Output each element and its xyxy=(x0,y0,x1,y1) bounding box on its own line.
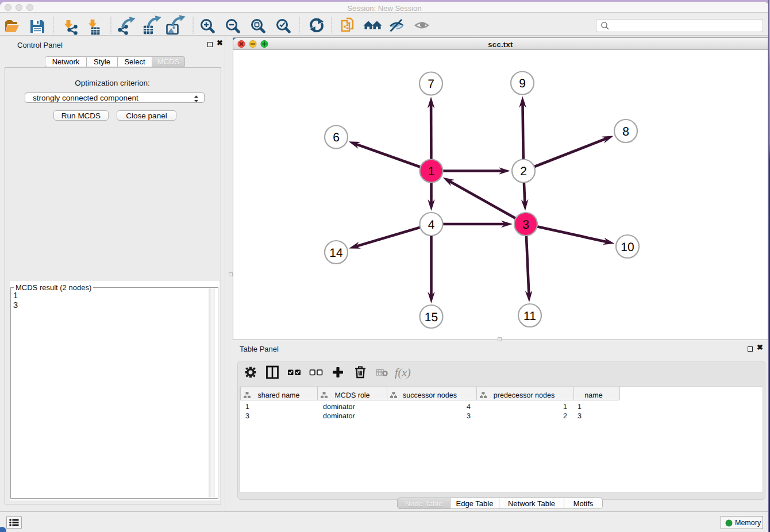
svg-text:successor nodes: successor nodes xyxy=(403,391,457,399)
svg-text:MCDS role: MCDS role xyxy=(334,391,369,399)
svg-text:3: 3 xyxy=(578,412,582,420)
svg-text:1: 1 xyxy=(428,165,435,178)
svg-text:3: 3 xyxy=(245,412,249,420)
svg-text:1: 1 xyxy=(578,403,582,411)
svg-text:4: 4 xyxy=(428,218,435,232)
svg-text:f(x): f(x) xyxy=(395,367,411,379)
svg-text:name: name xyxy=(584,391,602,399)
svg-text:7: 7 xyxy=(428,78,434,91)
svg-text:3: 3 xyxy=(522,218,529,232)
svg-text:shared name: shared name xyxy=(258,391,300,399)
svg-text:6: 6 xyxy=(333,131,340,144)
svg-text:3: 3 xyxy=(467,412,471,420)
svg-text:1: 1 xyxy=(245,403,249,411)
svg-text:9: 9 xyxy=(519,77,526,90)
svg-text:14: 14 xyxy=(329,246,343,260)
svg-text:11: 11 xyxy=(523,310,536,323)
svg-text:8: 8 xyxy=(622,125,629,138)
svg-text:predecessor nodes: predecessor nodes xyxy=(494,391,555,399)
svg-text:2: 2 xyxy=(520,165,527,178)
svg-text:1: 1 xyxy=(563,403,567,411)
svg-text:10: 10 xyxy=(621,241,634,254)
svg-text:dominator: dominator xyxy=(323,412,355,420)
svg-text:dominator: dominator xyxy=(323,403,355,411)
svg-text:15: 15 xyxy=(425,311,438,324)
svg-text:4: 4 xyxy=(467,403,471,411)
svg-text:2: 2 xyxy=(563,412,567,420)
